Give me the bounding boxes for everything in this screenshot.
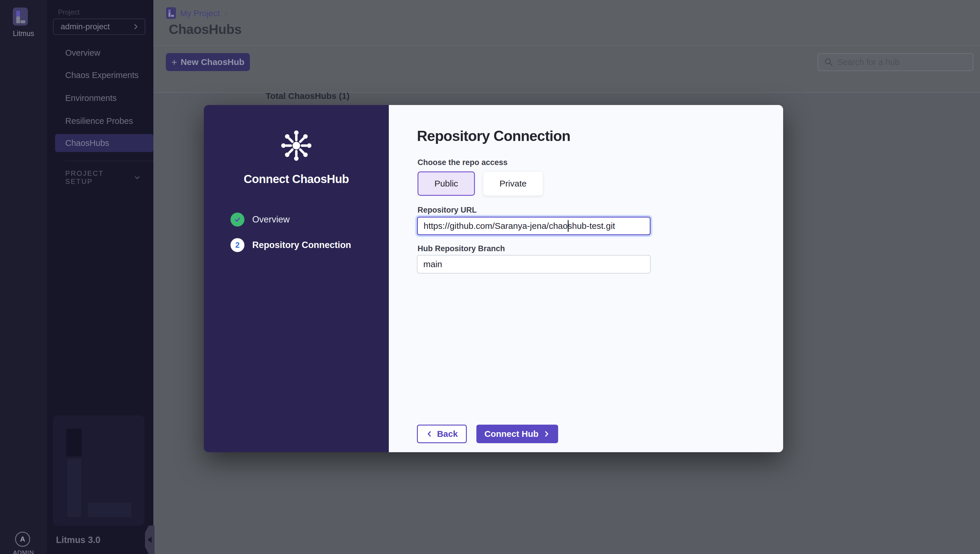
text-caret (568, 220, 569, 232)
sidebar-illustration (53, 416, 145, 525)
repo-access-public-button[interactable]: Public (417, 172, 475, 196)
breadcrumb-my-project-link[interactable]: My Project (180, 9, 220, 18)
check-icon (233, 215, 242, 224)
repo-access-label: Choose the repo access (417, 158, 508, 167)
breadcrumb-project-icon (166, 7, 176, 19)
connect-hub-button-label: Connect Hub (485, 429, 539, 439)
chevron-left-icon (426, 430, 433, 438)
repository-url-field (417, 217, 651, 235)
collapse-arrow-icon (148, 536, 152, 543)
litmus-app: Litmus A ADMIN Project admin-project Ove… (0, 0, 980, 554)
project-setup-label: PROJECT SETUP (65, 169, 121, 186)
user-name-label: ADMIN (0, 549, 47, 554)
toolbar: + New ChaosHub (153, 47, 980, 93)
version-label: Litmus 3.0 (56, 535, 100, 545)
branch-input[interactable] (417, 255, 651, 274)
chevron-right-icon: › (224, 9, 227, 18)
new-chaoshub-button[interactable]: + New ChaosHub (166, 53, 250, 71)
sidebar-item-overview[interactable]: Overview (47, 44, 153, 62)
icon-mark (169, 10, 170, 13)
sidebar-item-label: ChaosHubs (65, 138, 109, 148)
illustration-block (67, 459, 81, 517)
plus-icon: + (171, 57, 177, 68)
chevron-down-icon (134, 174, 141, 181)
hub-search (818, 53, 973, 71)
sidebar-item-label: Environments (65, 93, 116, 103)
step-complete-badge (231, 213, 244, 226)
sidebar-divider (65, 161, 153, 161)
user-avatar[interactable]: A (15, 532, 30, 547)
modal-title: Connect ChaosHub (204, 173, 389, 186)
back-button-label: Back (437, 429, 458, 439)
litmus-logo-icon[interactable] (13, 8, 28, 25)
project-setup-toggle[interactable]: PROJECT SETUP (65, 169, 141, 186)
repo-access-private-button[interactable]: Private (483, 172, 543, 196)
illustration-block (66, 429, 82, 457)
form-heading: Repository Connection (417, 127, 570, 145)
page-header: My Project › ChaosHubs (153, 0, 980, 46)
access-option-label: Private (500, 179, 527, 188)
project-section-label: Project (58, 8, 80, 16)
sidebar-item-label: Overview (65, 48, 100, 58)
access-option-label: Public (434, 179, 458, 188)
step-repository-connection[interactable]: 2 Repository Connection (231, 238, 351, 252)
sidebar-item-resilience-probes[interactable]: Resilience Probes (47, 112, 153, 130)
chevron-right-icon (132, 23, 140, 30)
logo-mark (21, 20, 25, 23)
sidebar-item-environments[interactable]: Environments (47, 89, 153, 107)
chevron-right-icon (542, 430, 550, 438)
chaoshub-flower-icon (279, 128, 314, 163)
icon-mark (169, 13, 170, 17)
search-input[interactable] (837, 57, 973, 67)
page-title: ChaosHubs (169, 21, 242, 37)
sidebar-item-chaos-experiments[interactable]: Chaos Experiments (47, 66, 153, 84)
new-chaoshub-button-label: New ChaosHub (181, 57, 244, 67)
illustration-block (88, 503, 131, 517)
project-switcher[interactable]: admin-project (53, 19, 145, 35)
branch-label: Hub Repository Branch (417, 244, 505, 253)
modal-form-panel: Repository Connection Choose the repo ac… (389, 105, 783, 452)
modal-steps-panel: Connect ChaosHub Overview 2 Repository C… (204, 105, 389, 452)
connect-chaoshub-modal: Connect ChaosHub Overview 2 Repository C… (204, 105, 783, 452)
repository-url-input[interactable] (417, 217, 651, 235)
litmus-brand-label: Litmus (0, 29, 47, 38)
logo-mark (16, 11, 20, 16)
total-chaoshubs-label: Total ChaosHubs (1) (266, 91, 349, 101)
step-number-badge: 2 (231, 238, 244, 252)
branch-field (417, 255, 651, 274)
step-overview[interactable]: Overview (231, 213, 290, 226)
logo-mark (16, 16, 20, 23)
project-name: admin-project (60, 22, 110, 31)
step-label: Overview (252, 214, 290, 225)
icon-mark (171, 15, 174, 17)
search-icon (824, 57, 833, 67)
connect-hub-button[interactable]: Connect Hub (476, 425, 558, 443)
sidebar-item-chaoshubs[interactable]: ChaosHubs (55, 134, 153, 152)
repository-url-label: Repository URL (417, 205, 477, 215)
sidebar-item-label: Resilience Probes (65, 116, 133, 126)
step-label: Repository Connection (252, 240, 351, 250)
sidebar-item-label: Chaos Experiments (65, 70, 138, 80)
brand-strip: Litmus A ADMIN (0, 0, 47, 554)
sidebar: Project admin-project Overview Chaos Exp… (47, 0, 153, 554)
back-button[interactable]: Back (417, 425, 467, 443)
